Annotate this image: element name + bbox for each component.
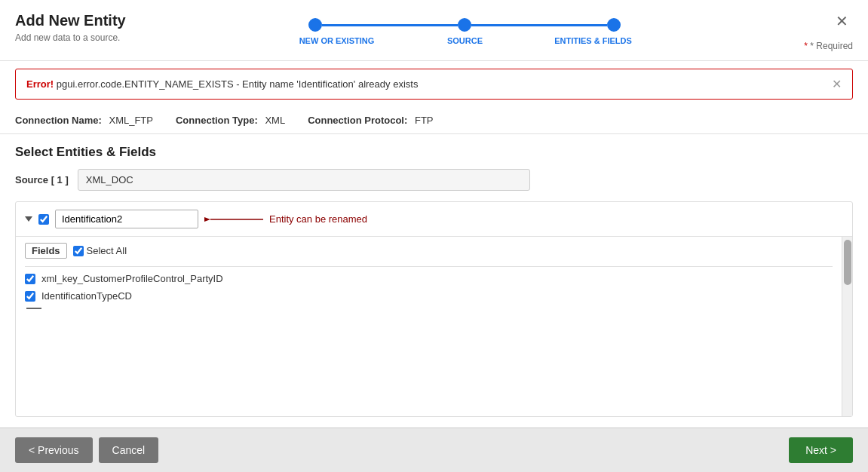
next-button[interactable]: Next > <box>789 437 853 463</box>
section-title: Select Entities & Fields <box>15 145 853 160</box>
previous-button[interactable]: < Previous <box>15 437 93 463</box>
error-message: pgui.error.code.ENTITY_NAME_EXISTS - Ent… <box>54 78 418 90</box>
fields-label: Fields <box>25 243 67 259</box>
error-text: Error! pgui.error.code.ENTITY_NAME_EXIST… <box>26 78 418 90</box>
connection-info: Connection Name: XML_FTP Connection Type… <box>0 107 868 134</box>
cancel-button[interactable]: Cancel <box>99 437 159 463</box>
step-line-1 <box>322 24 458 26</box>
field-more-indicator <box>26 308 41 309</box>
entity-scroll: Fields Select All xml_key_CustomerProfil… <box>16 237 852 416</box>
step-3-label: ENTITIES & FIELDS <box>532 36 653 45</box>
field-2-name: IdentificationTypeCD <box>41 290 132 302</box>
step-1-circle <box>308 18 322 32</box>
entity-panel: Entity can be renamed Fields Select All … <box>15 201 853 417</box>
field-item-1: xml_key_CustomerProfileControl_PartyID <box>25 273 833 284</box>
source-label: Source [ 1 ] <box>15 174 69 185</box>
header-left: Add New Entity Add new data to a source. <box>15 12 126 43</box>
dialog-title: Add New Entity <box>15 12 126 29</box>
error-label: Error! <box>26 78 54 90</box>
field-2-checkbox[interactable] <box>25 291 35 302</box>
arrow-svg <box>204 213 265 226</box>
connection-protocol-label: Connection Protocol: FTP <box>308 115 433 126</box>
required-note: * * Required <box>804 35 853 51</box>
connection-name-value: XML_FTP <box>109 115 153 126</box>
footer-left: < Previous Cancel <box>15 437 158 463</box>
step-line-2 <box>471 24 607 26</box>
stepper <box>308 18 621 32</box>
entity-body: Fields Select All xml_key_CustomerProfil… <box>16 237 842 416</box>
select-all-label[interactable]: Select All <box>73 245 127 256</box>
entity-name-input[interactable] <box>55 210 198 228</box>
fields-row: Fields Select All <box>25 243 833 259</box>
chevron-down-icon[interactable] <box>25 216 32 222</box>
field-1-checkbox[interactable] <box>25 274 35 284</box>
stepper-area: NEW OR EXISTING SOURCE ENTITIES & FIELDS <box>126 12 805 45</box>
connection-name-label: Connection Name: XML_FTP <box>15 115 153 126</box>
field-item-2: IdentificationTypeCD <box>25 290 833 302</box>
rename-hint-text: Entity can be renamed <box>269 213 367 225</box>
entity-header: Entity can be renamed <box>16 202 852 237</box>
dialog-subtitle: Add new data to a source. <box>15 32 126 43</box>
scrollbar-thumb[interactable] <box>844 240 851 285</box>
connection-type-label: Connection Type: XML <box>176 115 285 126</box>
close-button[interactable]: ✕ <box>831 12 853 30</box>
entity-checkbox[interactable] <box>38 214 49 225</box>
dialog-header: Add New Entity Add new data to a source.… <box>0 0 868 61</box>
arrow-icon <box>204 213 265 226</box>
connection-type-value: XML <box>265 115 285 126</box>
source-input[interactable] <box>78 169 530 191</box>
step-2-circle <box>458 18 471 32</box>
connection-protocol-value: FTP <box>415 115 434 126</box>
source-row: Source [ 1 ] <box>15 169 853 191</box>
error-close-button[interactable]: ✕ <box>832 77 842 91</box>
step-3-circle <box>607 18 621 32</box>
step-1-label: NEW OR EXISTING <box>276 36 397 45</box>
rename-annotation: Entity can be renamed <box>204 213 367 226</box>
error-banner: Error! pgui.error.code.ENTITY_NAME_EXIST… <box>15 69 853 100</box>
field-1-name: xml_key_CustomerProfileControl_PartyID <box>41 273 223 284</box>
main-content: Select Entities & Fields Source [ 1 ] <box>0 134 868 428</box>
select-all-checkbox[interactable] <box>73 246 84 256</box>
fields-divider <box>25 266 833 267</box>
step-2-label: SOURCE <box>397 36 532 45</box>
step-labels: NEW OR EXISTING SOURCE ENTITIES & FIELDS <box>299 36 630 45</box>
entity-scrollbar[interactable] <box>842 237 852 416</box>
footer: < Previous Cancel Next > <box>0 428 868 472</box>
